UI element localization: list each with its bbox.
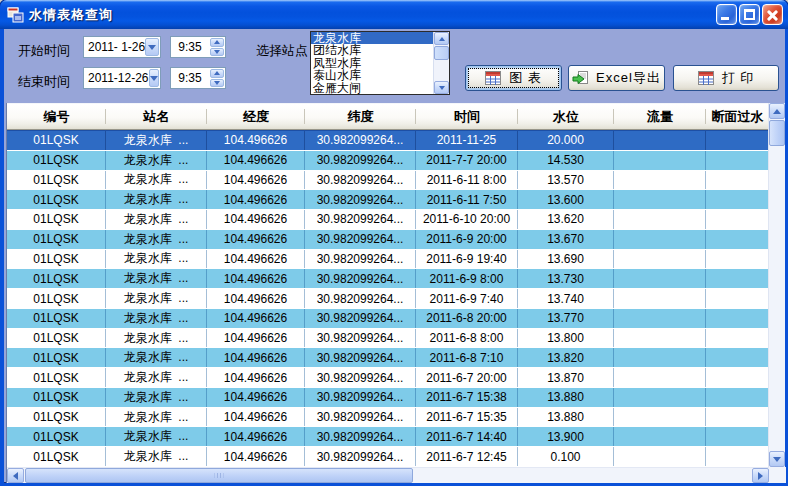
chevron-down-icon — [148, 45, 156, 50]
grid-header-row: 编号站名经度纬度时间水位流量断面过水 — [7, 103, 769, 130]
table-cell: 0.100 — [518, 447, 614, 466]
scroll-down-button[interactable] — [434, 81, 449, 94]
table-cell: 龙泉水库 ... — [106, 348, 207, 367]
column-header[interactable]: 编号 — [7, 104, 106, 129]
chart-table-icon — [485, 71, 501, 85]
client-area: 开始时间 2011- 1-26 9:35 结束时间 2011-12-26 9:3… — [4, 29, 785, 483]
table-cell — [706, 348, 769, 367]
end-time-up-button[interactable] — [210, 69, 224, 78]
table-cell: 龙泉水库 ... — [106, 408, 207, 427]
column-header[interactable]: 断面过水 — [706, 104, 769, 129]
table-cell: 2011-6-11 7:50 — [416, 190, 518, 209]
column-header[interactable]: 经度 — [207, 104, 305, 129]
table-row[interactable]: 01LQSK龙泉水库 ...104.49662630.982099264...2… — [7, 269, 769, 289]
table-row[interactable]: 01LQSK龙泉水库 ...104.49662630.982099264...2… — [7, 388, 769, 408]
table-cell: 01LQSK — [7, 289, 106, 308]
table-row[interactable]: 01LQSK龙泉水库 ...104.49662630.982099264...2… — [7, 427, 769, 447]
end-time-down-button[interactable] — [210, 79, 224, 88]
column-header[interactable]: 时间 — [416, 104, 518, 129]
table-cell: 2011-6-9 7:40 — [416, 289, 518, 308]
column-header[interactable]: 水位 — [518, 104, 614, 129]
start-time-spinner[interactable]: 9:35 — [170, 36, 226, 58]
station-list-item[interactable]: 金雁大闸 — [311, 82, 433, 94]
table-row[interactable]: 01LQSK龙泉水库 ...104.49662630.982099264...2… — [7, 289, 769, 309]
start-time-up-button[interactable] — [210, 38, 224, 47]
table-cell — [614, 368, 706, 387]
table-cell: 01LQSK — [7, 427, 106, 446]
scrollbar-thumb[interactable] — [25, 468, 413, 483]
start-date-picker[interactable]: 2011- 1-26 — [83, 36, 161, 58]
minimize-button[interactable] — [716, 4, 737, 25]
chart-button[interactable]: 图 表 — [465, 65, 562, 91]
scrollbar-thumb[interactable] — [434, 46, 449, 60]
table-cell: 104.496626 — [207, 190, 305, 209]
scrollbar-track[interactable] — [413, 468, 752, 483]
table-row[interactable]: 01LQSK龙泉水库 ...104.49662630.982099264...2… — [7, 309, 769, 329]
table-row[interactable]: 01LQSK龙泉水库 ...104.49662630.982099264...2… — [7, 368, 769, 388]
table-cell: 龙泉水库 ... — [106, 427, 207, 446]
start-time-down-button[interactable] — [210, 48, 224, 57]
table-cell: 13.740 — [518, 289, 614, 308]
table-row[interactable]: 01LQSK龙泉水库 ...104.49662630.982099264...2… — [7, 348, 769, 368]
table-cell: 13.670 — [518, 230, 614, 249]
column-header[interactable]: 纬度 — [305, 104, 416, 129]
excel-export-button[interactable]: Excel导出 — [568, 65, 665, 91]
table-cell: 01LQSK — [7, 269, 106, 288]
table-cell: 104.496626 — [207, 151, 305, 170]
scroll-up-button[interactable] — [769, 103, 785, 119]
table-row[interactable]: 01LQSK龙泉水库 ...104.49662630.982099264...2… — [7, 130, 769, 151]
table-cell: 104.496626 — [207, 131, 305, 150]
table-cell: 30.982099264... — [305, 348, 416, 367]
column-header[interactable]: 站名 — [106, 104, 207, 129]
station-list-item[interactable]: 团结水库 — [311, 44, 433, 56]
table-cell: 2011-6-9 20:00 — [416, 230, 518, 249]
table-cell — [614, 427, 706, 446]
table-row[interactable]: 01LQSK龙泉水库 ...104.49662630.982099264...2… — [7, 210, 769, 230]
table-cell: 01LQSK — [7, 190, 106, 209]
scroll-down-button[interactable] — [769, 451, 785, 467]
table-cell: 104.496626 — [207, 309, 305, 328]
scroll-right-button[interactable] — [752, 468, 769, 483]
close-button[interactable] — [762, 4, 783, 25]
scrollbar-track[interactable] — [434, 60, 449, 81]
table-cell: 龙泉水库 ... — [106, 269, 207, 288]
end-time-spinner[interactable]: 9:35 — [170, 67, 226, 89]
scroll-up-button[interactable] — [434, 32, 449, 45]
start-date-dropdown-button[interactable] — [145, 38, 159, 56]
scroll-left-button[interactable] — [7, 468, 24, 483]
table-cell — [614, 131, 706, 150]
table-row[interactable]: 01LQSK龙泉水库 ...104.49662630.982099264...2… — [7, 250, 769, 270]
table-cell: 104.496626 — [207, 447, 305, 466]
table-row[interactable]: 01LQSK龙泉水库 ...104.49662630.982099264...2… — [7, 190, 769, 210]
column-header[interactable]: 流量 — [614, 104, 706, 129]
table-row[interactable]: 01LQSK龙泉水库 ...104.49662630.982099264...2… — [7, 329, 769, 349]
table-row[interactable]: 01LQSK龙泉水库 ...104.49662630.982099264...2… — [7, 230, 769, 250]
table-row[interactable]: 01LQSK龙泉水库 ...104.49662630.982099264...2… — [7, 171, 769, 191]
print-button[interactable]: 打 印 — [673, 65, 779, 91]
app-icon — [7, 7, 24, 23]
end-date-dropdown-button[interactable] — [149, 69, 160, 87]
window-title: 水情表格查询 — [29, 6, 113, 24]
table-row[interactable]: 01LQSK龙泉水库 ...104.49662630.982099264...2… — [7, 151, 769, 171]
table-cell: 104.496626 — [207, 230, 305, 249]
table-cell: 13.820 — [518, 348, 614, 367]
table-row[interactable]: 01LQSK龙泉水库 ...104.49662630.982099264...2… — [7, 447, 769, 467]
table-cell: 龙泉水库 ... — [106, 309, 207, 328]
maximize-button[interactable] — [739, 4, 760, 25]
vertical-scrollbar[interactable] — [768, 103, 785, 467]
station-list-item[interactable]: 泰山水库 — [311, 69, 433, 81]
scrollbar-thumb[interactable] — [769, 120, 785, 146]
table-row[interactable]: 01LQSK龙泉水库 ...104.49662630.982099264...2… — [7, 408, 769, 428]
table-cell: 104.496626 — [207, 348, 305, 367]
chevron-left-icon — [13, 472, 18, 480]
listbox-scrollbar[interactable] — [433, 32, 449, 94]
scrollbar-track[interactable] — [769, 146, 785, 451]
horizontal-scrollbar[interactable] — [7, 467, 769, 483]
end-date-picker[interactable]: 2011-12-26 — [83, 67, 161, 89]
table-cell: 01LQSK — [7, 348, 106, 367]
table-cell: 01LQSK — [7, 210, 106, 229]
table-cell: 2011-6-8 20:00 — [416, 309, 518, 328]
station-listbox[interactable]: 龙泉水库团结水库凤型水库泰山水库金雁大闸 — [310, 31, 450, 95]
table-cell — [614, 171, 706, 190]
title-bar: 水情表格查询 — [0, 0, 788, 29]
